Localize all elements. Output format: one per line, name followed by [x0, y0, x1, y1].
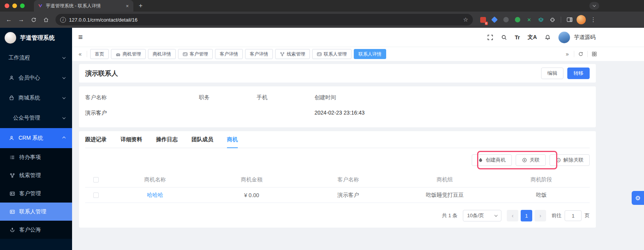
app-logo[interactable]: 芋道管理系统 [0, 28, 72, 48]
address-bar[interactable]: i 127.0.0.1/crm/contact/detail/16 ☆ [55, 14, 473, 25]
prev-page-button[interactable]: ‹ [507, 210, 518, 221]
search-icon[interactable] [501, 34, 507, 41]
sidebar-item-official-account[interactable]: 公众号管理 [0, 108, 72, 128]
sidebar-item-todo[interactable]: 待办事项 [0, 148, 72, 166]
extensions-puzzle-icon[interactable] [548, 15, 557, 24]
next-page-button[interactable]: › [535, 210, 546, 221]
contact-card-icon [317, 52, 322, 57]
font-size-icon[interactable]: Tr [515, 34, 520, 41]
sidebar-item-customer[interactable]: 客户管理 [0, 184, 72, 203]
tab-opportunity[interactable]: 商机 [227, 131, 238, 148]
tag-contact-mgmt[interactable]: 联系人管理 [312, 49, 351, 59]
home-icon[interactable] [40, 14, 52, 25]
tag-contact-detail[interactable]: 联系人详情 [354, 49, 386, 59]
select-all-checkbox[interactable] [93, 177, 99, 182]
tags-refresh-icon[interactable] [576, 51, 586, 57]
tag-customer-detail[interactable]: 客户详情 [215, 49, 243, 59]
fullscreen-icon[interactable] [487, 34, 493, 41]
tag-opportunity-detail[interactable]: 商机详情 [148, 49, 176, 59]
collapse-menu-icon[interactable]: ≡ [78, 33, 83, 42]
goto-page-input[interactable] [565, 210, 582, 221]
tag-opportunity-mgmt[interactable]: 商机管理 [111, 49, 146, 59]
main-area: ≡ Tr 文A 芋道源码 « 首页 [72, 28, 644, 250]
opportunity-amount: ¥ 0.00 [203, 192, 300, 198]
browser-menu-icon[interactable]: ⋮ [588, 16, 599, 23]
tag-home[interactable]: 首页 [90, 49, 109, 59]
col-header: 商机阶段 [493, 176, 590, 183]
page-title: 演示联系人 [85, 69, 118, 78]
info-label: 客户名称 [85, 94, 199, 101]
split-screen-icon[interactable] [565, 15, 574, 24]
sidebar-item-label: 会员中心 [18, 74, 40, 81]
clue-icon [9, 173, 15, 178]
window-close-button[interactable] [5, 3, 9, 8]
browser-tab[interactable]: 芋道管理系统 - 联系人详情 × [34, 0, 133, 12]
edit-button[interactable]: 编辑 [541, 68, 563, 79]
window-zoom-button[interactable] [20, 3, 25, 8]
sidebar-item-label: 商城系统 [18, 95, 40, 101]
tag-customer-detail-2[interactable]: 客户详情 [245, 49, 273, 59]
map-extension-icon[interactable] [490, 15, 499, 24]
pagination-total: 共 1 条 [442, 212, 457, 219]
cross-extension-icon[interactable]: ✕ [525, 15, 534, 24]
site-info-icon[interactable]: i [60, 17, 66, 23]
link-button[interactable]: 关联 [516, 154, 546, 166]
member-icon [8, 75, 15, 81]
user-avatar[interactable] [558, 32, 570, 43]
green-extension-icon[interactable] [513, 15, 522, 24]
info-value [199, 110, 257, 116]
settings-gear-icon[interactable]: ⚙ [632, 191, 644, 205]
forward-icon[interactable]: → [15, 14, 27, 25]
bookmark-star-icon[interactable]: ☆ [463, 16, 468, 23]
create-opportunity-button[interactable]: 创建商机 [472, 154, 512, 166]
translate-icon[interactable]: 文A [528, 34, 537, 41]
unlink-button[interactable]: 解除关联 [550, 154, 590, 166]
extension-badge: 6 [485, 22, 488, 25]
sidebar-item-clue[interactable]: 线索管理 [0, 166, 72, 184]
tab-operation-log[interactable]: 操作日志 [156, 131, 178, 148]
browser-profile-avatar[interactable] [577, 15, 586, 24]
sidebar-item-member[interactable]: 会员中心 [0, 68, 72, 88]
page-size-select[interactable]: 10条/页 [463, 210, 501, 221]
todo-list-icon [9, 155, 15, 160]
info-field-create-time: 创建时间 2024-02-23 23:16:43 [314, 94, 365, 117]
row-checkbox[interactable] [93, 193, 99, 198]
adblock-extension-icon[interactable]: 6 [478, 15, 488, 24]
notification-bell-icon[interactable] [545, 34, 551, 41]
goto-label: 前往 [552, 212, 562, 219]
layers-extension-icon[interactable] [536, 15, 545, 24]
customer-card-icon [9, 191, 15, 196]
tags-scroll-right-icon[interactable]: » [562, 51, 572, 57]
sidebar-item-mall[interactable]: 商城系统 [0, 88, 72, 108]
tags-scroll-left-icon[interactable]: « [75, 51, 85, 57]
sidebar-item-public-sea[interactable]: 客户公海 [0, 221, 72, 239]
sidebar-item-label: 客户公海 [19, 226, 41, 233]
back-icon[interactable]: ← [3, 14, 15, 25]
sidebar-item-crm[interactable]: CRM 系统 [0, 128, 72, 148]
tab-close-icon[interactable]: × [125, 3, 129, 9]
tags-list: 首页 商机管理 商机详情 客户管理 客户详情 客户详情 线索管理 联系人管理 联… [90, 49, 386, 59]
dark-extension-icon[interactable] [501, 15, 511, 24]
reload-icon[interactable] [28, 14, 39, 25]
username[interactable]: 芋道源码 [574, 34, 595, 41]
extensions-row: 6 ✕ ⋮ [478, 15, 599, 24]
sidebar-item-contact[interactable]: 联系人管理 [0, 203, 72, 221]
tab-follow-records[interactable]: 跟进记录 [85, 131, 107, 148]
info-label: 手机 [257, 94, 314, 101]
transfer-button[interactable]: 转移 [567, 68, 590, 79]
sidebar-item-workflow[interactable]: 工作流程 [0, 48, 72, 68]
tab-detail-info[interactable]: 详细资料 [121, 131, 142, 148]
page-number-button[interactable]: 1 [521, 210, 532, 221]
tab-team-members[interactable]: 团队成员 [192, 131, 213, 148]
new-tab-button[interactable]: + [139, 2, 143, 10]
layout-grid-icon[interactable] [589, 51, 599, 57]
window-minimize-button[interactable] [12, 3, 17, 8]
tag-clue-mgmt[interactable]: 线索管理 [275, 49, 310, 59]
detail-tabs-card: 跟进记录 详细资料 操作日志 团队成员 商机 创建商机 关联 [79, 131, 596, 228]
info-field-mobile: 手机 [257, 94, 314, 117]
col-header: 客户名称 [300, 176, 397, 183]
chevron-down-icon [62, 56, 66, 59]
tab-search-button[interactable] [589, 2, 599, 10]
opportunity-name-link[interactable]: 哈哈哈 [107, 192, 203, 199]
tag-customer-mgmt[interactable]: 客户管理 [178, 49, 213, 59]
